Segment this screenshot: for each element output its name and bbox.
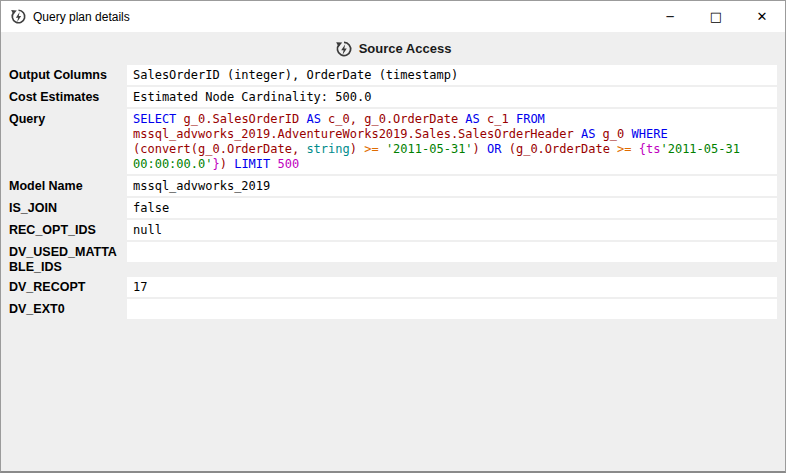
property-value-field[interactable]: mssql_advworks_2019 [127,176,777,196]
query-plan-icon [10,8,27,25]
property-row: Output Columns SalesOrderID (integer), O… [1,65,777,85]
property-value-field[interactable] [127,242,777,262]
property-value-field[interactable]: 17 [127,277,777,297]
source-access-header: Source Access [1,32,785,65]
maximize-button[interactable]: □ [693,1,739,32]
property-value-field[interactable]: null [127,220,777,240]
property-label: IS_JOIN [1,198,127,216]
property-row: Cost Estimates Estimated Node Cardinalit… [1,87,777,107]
property-label: Cost Estimates [1,87,127,105]
property-value-field[interactable]: false [127,198,777,218]
property-value-field[interactable] [127,299,777,319]
properties-table: Output Columns SalesOrderID (integer), O… [1,65,785,471]
property-label: DV_RECOPT [1,277,127,295]
query-code-line: mssql_advworks_2019.AdventureWorks2019.S… [133,127,771,142]
property-row: Model Name mssql_advworks_2019 [1,176,777,196]
property-row: IS_JOIN false [1,198,777,218]
property-row: REC_OPT_IDS null [1,220,777,240]
property-row: DV_USED_MATTABLE_IDS [1,242,777,275]
maximize-icon: □ [710,9,722,24]
query-code-line: (convert(g_0.OrderDate, string) >= '2011… [133,142,771,157]
property-label: Model Name [1,176,127,194]
property-row: Query SELECT g_0.SalesOrderID AS c_0, g_… [1,109,777,174]
property-value-field[interactable]: SELECT g_0.SalesOrderID AS c_0, g_0.Orde… [127,109,777,174]
source-access-title: Source Access [359,41,452,56]
close-icon: ✕ [757,9,768,24]
property-label: DV_EXT0 [1,299,127,317]
property-label: REC_OPT_IDS [1,220,127,238]
property-value-field[interactable]: SalesOrderID (integer), OrderDate (times… [127,65,777,85]
property-label: Output Columns [1,65,127,83]
property-row: DV_RECOPT 17 [1,277,777,297]
query-plan-details-window: Query plan details ─ □ ✕ Source Access O… [0,0,786,473]
minimize-icon: ─ [666,10,673,24]
property-label: DV_USED_MATTABLE_IDS [1,242,127,275]
source-access-icon [335,40,353,58]
query-code-line: 00:00:00.0'}) LIMIT 500 [133,157,771,172]
property-label: Query [1,109,127,127]
close-button[interactable]: ✕ [739,1,785,32]
property-row: DV_EXT0 [1,299,777,319]
minimize-button[interactable]: ─ [647,1,693,32]
property-value-field[interactable]: Estimated Node Cardinality: 500.0 [127,87,777,107]
window-title: Query plan details [33,10,130,24]
query-code-line: SELECT g_0.SalesOrderID AS c_0, g_0.Orde… [133,112,771,127]
titlebar[interactable]: Query plan details ─ □ ✕ [1,1,785,32]
